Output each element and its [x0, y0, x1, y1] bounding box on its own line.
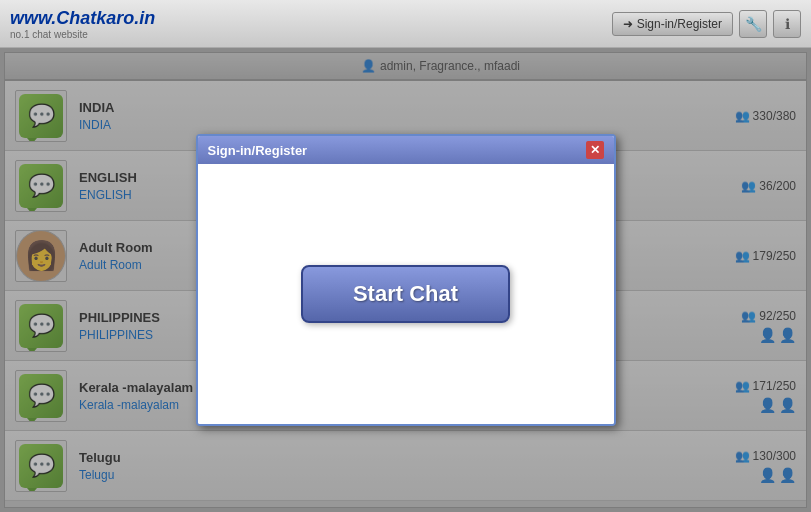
- logo-area: www.Chatkaro.in no.1 chat website: [10, 8, 155, 40]
- modal-overlay: Sign-in/Register ✕ Start Chat: [0, 48, 811, 512]
- modal-body: Start Chat: [198, 164, 614, 424]
- logo-sub: no.1 chat website: [10, 29, 155, 40]
- signin-label: Sign-in/Register: [637, 17, 722, 31]
- signin-modal: Sign-in/Register ✕ Start Chat: [196, 134, 616, 426]
- main-content: 👤 admin, Fragrance., mfaadi 💬 INDIA INDI…: [0, 48, 811, 512]
- signin-icon: ➜: [623, 17, 633, 31]
- start-chat-button[interactable]: Start Chat: [301, 265, 510, 323]
- info-icon: ℹ: [785, 16, 790, 32]
- signin-register-button[interactable]: ➜ Sign-in/Register: [612, 12, 733, 36]
- wrench-icon: 🔧: [745, 16, 762, 32]
- modal-header: Sign-in/Register ✕: [198, 136, 614, 164]
- help-button[interactable]: ℹ: [773, 10, 801, 38]
- logo-main: www.Chatkaro.in: [10, 8, 155, 29]
- modal-title: Sign-in/Register: [208, 143, 308, 158]
- header: www.Chatkaro.in no.1 chat website ➜ Sign…: [0, 0, 811, 48]
- settings-button[interactable]: 🔧: [739, 10, 767, 38]
- header-right: ➜ Sign-in/Register 🔧 ℹ: [612, 10, 801, 38]
- modal-close-button[interactable]: ✕: [586, 141, 604, 159]
